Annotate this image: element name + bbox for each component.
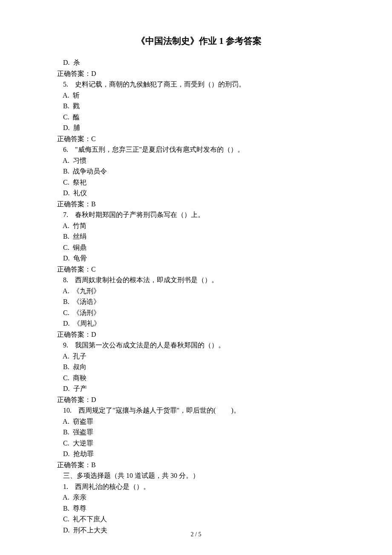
option-b: B. 丝绢 [57,231,341,242]
option-c: C. 大逆罪 [57,438,341,449]
question-6: 6. "威侮五刑，怠弃三正"是夏启讨伐有扈式时发布的（）。 [57,144,341,155]
option-b: B. 战争动员令 [57,166,341,177]
option-c: C. 祭祀 [57,177,341,188]
option-a: A. 斩 [57,90,341,101]
answer: 正确答案：C [57,264,341,275]
option-a: A. 窃盗罪 [57,416,341,427]
option-b: B. 《汤诰》 [57,296,341,307]
answer: 正确答案：B [57,460,341,471]
question-7: 7. 春秋时期郑国的子产将刑罚条写在（）上。 [57,209,341,220]
question-1: 1. 西周礼治的核心是（）。 [57,481,341,492]
answer: 正确答案：C [57,133,341,145]
question-10: 10. 西周规定了"寇攘与杀越人于货罪"，即后世的( )。 [57,405,341,416]
answer: 正确答案：B [57,199,341,210]
option-a: A. 孔子 [57,351,341,362]
option-a: A. 亲亲 [57,492,341,503]
option-c: C. 《汤刑》 [57,307,341,318]
answer: 正确答案：D [57,394,341,405]
page-title: 《中国法制史》作业 1 参考答案 [57,35,341,47]
question-8: 8. 西周奴隶制社会的根本法，即成文刑书是（）。 [57,275,341,286]
option-b: B. 强盗罪 [57,427,341,438]
page-number: 2 / 5 [0,531,392,538]
option-d: D. 杀 [57,57,341,68]
answer: 正确答案：D [57,68,341,79]
question-9: 9. 我国第一次公布成文法是的人是春秋郑国的（）。 [57,340,341,351]
document-page: 《中国法制史》作业 1 参考答案 D. 杀 正确答案：D 5. 史料记载，商朝的… [0,0,392,555]
option-d: D. 礼仪 [57,188,341,199]
option-a: A. 习惯 [57,155,341,166]
question-5: 5. 史料记载，商朝的九侯触犯了商王，而受到（）的刑罚。 [57,79,341,90]
option-d: D. 抢劫罪 [57,448,341,460]
option-b: B. 尊尊 [57,503,341,514]
option-c: C. 商鞅 [57,373,341,384]
option-c: C. 醢 [57,112,341,123]
answer: 正确答案：D [57,329,341,340]
option-b: B. 戮 [57,101,341,112]
option-c: C. 礼不下庶人 [57,514,341,525]
option-a: A. 竹简 [57,220,341,231]
option-d: D. 脯 [57,122,341,133]
option-d: D. 《周礼》 [57,318,341,329]
section-3-heading: 三、多项选择题（共 10 道试题，共 30 分。） [57,470,341,481]
option-c: C. 铜鼎 [57,242,341,253]
option-b: B. 叔向 [57,361,341,373]
option-d: D. 子产 [57,383,341,394]
option-d: D. 龟骨 [57,253,341,264]
option-a: A. 《九刑》 [57,286,341,297]
